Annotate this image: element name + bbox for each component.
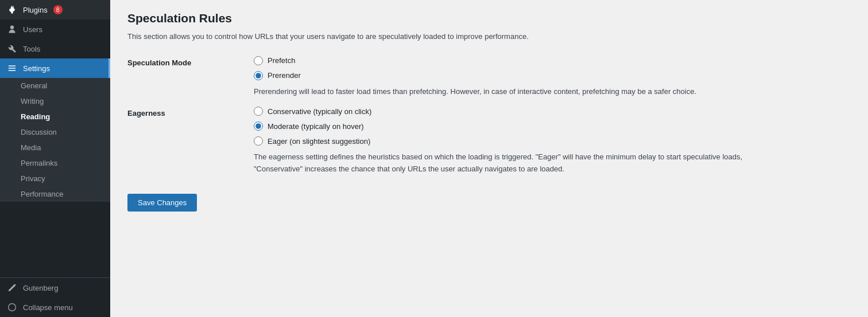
sidebar-bottom: Gutenberg Collapse menu: [0, 277, 110, 317]
eager-label: Eager (on slightest suggestion): [268, 137, 370, 146]
submenu-item-permalinks[interactable]: Permalinks: [0, 155, 110, 171]
eagerness-label: Eagerness: [127, 107, 254, 175]
prerender-option[interactable]: Prerender: [254, 71, 851, 80]
submenu-item-discussion[interactable]: Discussion: [0, 124, 110, 140]
eagerness-help: The eagerness setting defines the heuris…: [254, 151, 770, 175]
conservative-radio[interactable]: [254, 107, 263, 116]
prefetch-option[interactable]: Prefetch: [254, 56, 851, 65]
speculation-mode-row: Speculation Mode Prefetch Prerender Prer…: [127, 56, 851, 98]
submenu-item-media[interactable]: Media: [0, 140, 110, 155]
sidebar-item-tools[interactable]: Tools: [0, 39, 110, 58]
speculation-mode-help: Prerendering will lead to faster load ti…: [254, 86, 770, 98]
submenu-item-reading[interactable]: Reading: [0, 109, 110, 124]
svg-point-3: [9, 304, 16, 311]
speculation-mode-control: Prefetch Prerender Prerendering will lea…: [254, 56, 851, 98]
submenu-item-general[interactable]: General: [0, 78, 110, 93]
sidebar-item-collapse-label: Collapse menu: [23, 303, 73, 312]
moderate-radio[interactable]: [254, 122, 263, 131]
users-icon: [7, 24, 17, 34]
sidebar-item-settings[interactable]: Settings: [0, 58, 110, 78]
sidebar-item-gutenberg[interactable]: Gutenberg: [0, 278, 110, 298]
sidebar-item-plugins-label: Plugins: [23, 6, 48, 14]
plugin-icon: [7, 5, 17, 15]
sidebar-item-settings-label: Settings: [23, 64, 50, 73]
prerender-radio[interactable]: [254, 71, 263, 80]
sidebar-item-gutenberg-label: Gutenberg: [23, 284, 58, 292]
submenu-item-performance[interactable]: Performance: [0, 186, 110, 202]
tools-icon: [7, 44, 17, 54]
speculation-mode-label: Speculation Mode: [127, 56, 254, 98]
pen-icon: [7, 283, 17, 293]
eagerness-control: Conservative (typically on click) Modera…: [254, 107, 851, 175]
save-button[interactable]: Save Changes: [127, 194, 197, 212]
conservative-label: Conservative (typically on click): [268, 107, 371, 116]
eager-option[interactable]: Eager (on slightest suggestion): [254, 136, 851, 146]
settings-icon: [7, 63, 17, 73]
eagerness-row: Eagerness Conservative (typically on cli…: [127, 107, 851, 175]
prefetch-radio[interactable]: [254, 56, 263, 65]
eager-radio[interactable]: [254, 136, 263, 146]
main-content: Speculation Rules This section allows yo…: [110, 0, 868, 317]
moderate-option[interactable]: Moderate (typically on hover): [254, 122, 851, 131]
prefetch-label: Prefetch: [268, 56, 295, 65]
sidebar-item-collapse[interactable]: Collapse menu: [0, 298, 110, 317]
submenu-item-writing[interactable]: Writing: [0, 93, 110, 109]
plugins-badge: 8: [53, 5, 63, 14]
moderate-label: Moderate (typically on hover): [268, 122, 364, 131]
sidebar-item-users-label: Users: [23, 25, 42, 34]
prerender-label: Prerender: [268, 71, 301, 80]
settings-submenu: General Writing Reading Discussion Media…: [0, 78, 110, 202]
svg-rect-2: [9, 70, 16, 71]
svg-rect-1: [9, 68, 16, 69]
sidebar-item-plugins[interactable]: Plugins 8: [0, 0, 110, 19]
page-title: Speculation Rules: [127, 11, 851, 25]
collapse-icon: [7, 302, 17, 312]
section-description: This section allows you to control how U…: [127, 31, 851, 42]
sidebar: Plugins 8 Users Tools Settings General W…: [0, 0, 110, 317]
submenu-item-privacy[interactable]: Privacy: [0, 171, 110, 186]
sidebar-item-users[interactable]: Users: [0, 19, 110, 39]
svg-rect-0: [9, 65, 16, 66]
conservative-option[interactable]: Conservative (typically on click): [254, 107, 851, 116]
sidebar-item-tools-label: Tools: [23, 45, 40, 53]
